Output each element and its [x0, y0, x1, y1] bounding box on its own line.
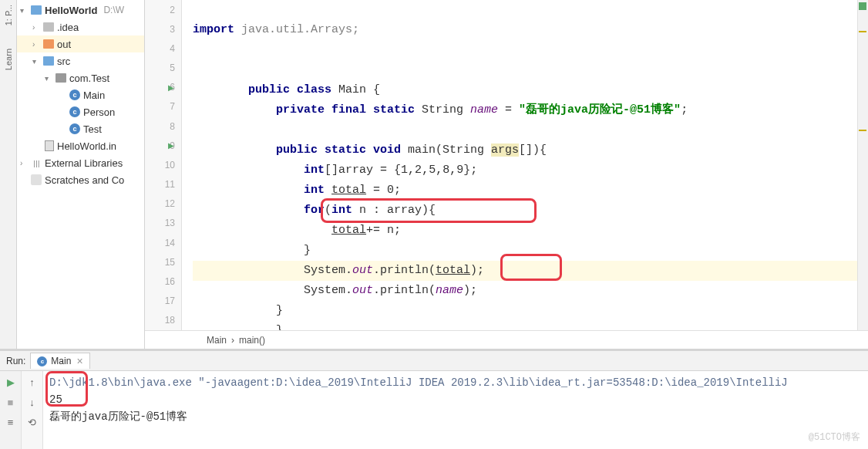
chevron-down-icon: ▾ — [45, 74, 52, 83]
chevron-down-icon: ▾ — [20, 6, 28, 15]
run-gutter-icon[interactable]: ▶ — [168, 141, 174, 150]
up-button[interactable]: ↑ — [25, 374, 40, 390]
tree-label: .idea — [57, 22, 79, 33]
analysis-ok-icon — [859, 2, 866, 10]
console-cmd: D:\jdk1.8\bin\java.exe "-javaagent:D:\id… — [49, 374, 862, 391]
tree-label: Main — [83, 89, 105, 101]
scratch-icon — [31, 174, 42, 185]
gutter-line[interactable]: 11 — [145, 175, 181, 194]
chevron-down-icon: ▾ — [32, 57, 40, 66]
run-toolbar-left: ▶ ■ ≡ — [0, 371, 22, 449]
gutter-line[interactable]: 15 — [145, 252, 181, 272]
gutter-line[interactable]: 4 — [145, 39, 181, 58]
breadcrumb-item[interactable]: main() — [239, 335, 265, 346]
gutter-line[interactable]: 16 — [145, 272, 181, 291]
left-tool-rail: 1: P... Learn — [0, 0, 17, 349]
chevron-right-icon: › — [32, 23, 40, 32]
close-icon[interactable]: × — [76, 355, 82, 367]
code-content[interactable]: import java.util.Arrays; public class Ma… — [182, 0, 857, 330]
tree-label: External Libraries — [45, 157, 123, 169]
tree-label: Scratches and Co — [45, 174, 124, 186]
run-panel: Run: c Main × ▶ ■ ≡ ↑ ↓ ⟲ D:\jdk1.8\bin\… — [0, 349, 868, 449]
gutter-line[interactable]: 12 — [145, 194, 181, 214]
tree-item-class-test[interactable]: c Test — [17, 120, 144, 137]
soft-wrap-button[interactable]: ⟲ — [25, 414, 40, 430]
run-tab-bar: Run: c Main × — [0, 351, 868, 371]
chevron-right-icon: › — [32, 40, 40, 49]
folder-icon — [43, 39, 54, 49]
tree-label: out — [57, 39, 71, 50]
gutter-line[interactable]: 5 — [145, 59, 181, 78]
watermark: @51CTO博客 — [809, 429, 860, 446]
chevron-right-icon: › — [20, 159, 28, 167]
tree-item-iml[interactable]: HelloWorld.in — [17, 137, 144, 154]
console-line: 磊哥的java历险记-@51博客 — [49, 408, 862, 425]
warning-mark[interactable] — [859, 31, 866, 32]
project-icon — [31, 5, 42, 15]
main-area: 1: P... Learn ▾ HelloWorld D:\W › .idea … — [0, 0, 868, 349]
class-icon: c — [37, 356, 47, 366]
rerun-button[interactable]: ▶ — [3, 374, 19, 390]
tree-item-external-libs[interactable]: › ⫼ External Libraries — [17, 154, 144, 171]
tree-root[interactable]: ▾ HelloWorld D:\W — [17, 2, 144, 19]
gutter-line[interactable]: 9▶ — [145, 136, 181, 155]
stop-button[interactable]: ■ — [3, 394, 19, 410]
tree-item-src[interactable]: ▾ src — [17, 52, 144, 69]
gutter-line[interactable]: 8 — [145, 116, 181, 136]
warning-mark[interactable] — [859, 130, 866, 131]
tree-item-class-main[interactable]: c Main — [17, 86, 144, 103]
rail-learn[interactable]: Learn — [4, 49, 13, 70]
code-editor[interactable]: 2 3 4 5 6▶ 7 8 9▶ 10 11 12 13 14 15 16 1… — [145, 0, 868, 330]
run-tab-label: Main — [51, 356, 71, 366]
project-path: D:\W — [103, 5, 124, 15]
gutter-line[interactable]: 18 — [145, 311, 181, 330]
run-label: Run: — [6, 356, 25, 366]
run-body: ▶ ■ ≡ ↑ ↓ ⟲ D:\jdk1.8\bin\java.exe "-jav… — [0, 371, 868, 449]
rail-project[interactable]: 1: P... — [4, 5, 13, 25]
project-name: HelloWorld — [45, 5, 97, 16]
class-icon: c — [69, 123, 80, 134]
gutter-line[interactable]: 14 — [145, 233, 181, 252]
tree-label: HelloWorld.in — [57, 140, 116, 152]
class-icon: c — [69, 106, 80, 117]
tree-label: Test — [83, 123, 102, 135]
package-icon — [56, 73, 66, 83]
run-toolbar-right: ↑ ↓ ⟲ — [22, 371, 43, 449]
console-line: 25 — [49, 391, 862, 408]
breadcrumb: Main › main() — [145, 330, 868, 349]
down-button[interactable]: ↓ — [25, 394, 40, 410]
project-tree: ▾ HelloWorld D:\W › .idea › out ▾ src — [17, 0, 145, 349]
gutter-line[interactable]: 6▶ — [145, 78, 181, 97]
error-stripe[interactable] — [857, 0, 868, 330]
source-folder-icon — [43, 56, 54, 66]
file-icon — [45, 140, 54, 151]
gutter-line[interactable]: 7 — [145, 97, 181, 116]
gutter-line[interactable]: 13 — [145, 214, 181, 233]
folder-icon — [43, 22, 54, 32]
run-gutter-icon[interactable]: ▶ — [168, 83, 174, 92]
class-icon: c — [69, 89, 80, 100]
tree-label: src — [57, 56, 70, 67]
tree-label: Person — [83, 106, 115, 118]
console-output[interactable]: D:\jdk1.8\bin\java.exe "-javaagent:D:\id… — [43, 371, 868, 449]
gutter: 2 3 4 5 6▶ 7 8 9▶ 10 11 12 13 14 15 16 1… — [145, 0, 182, 330]
editor-area: 2 3 4 5 6▶ 7 8 9▶ 10 11 12 13 14 15 16 1… — [145, 0, 868, 349]
gutter-line[interactable]: 3 — [145, 19, 181, 39]
tree-item-class-person[interactable]: c Person — [17, 103, 144, 120]
gutter-line[interactable]: 10 — [145, 155, 181, 174]
ide-root: 1: P... Learn ▾ HelloWorld D:\W › .idea … — [0, 0, 868, 449]
run-tab-main[interactable]: c Main × — [30, 353, 89, 369]
breadcrumb-item[interactable]: Main — [207, 335, 227, 346]
tree-item-scratches[interactable]: Scratches and Co — [17, 171, 144, 188]
library-icon: ⫼ — [31, 157, 42, 168]
gutter-line[interactable]: 17 — [145, 292, 181, 311]
tree-label: com.Test — [69, 73, 109, 84]
tree-item-idea[interactable]: › .idea — [17, 19, 144, 35]
layout-button[interactable]: ≡ — [3, 414, 19, 430]
tree-item-out[interactable]: › out — [17, 35, 144, 52]
breadcrumb-separator: › — [231, 335, 234, 346]
gutter-line[interactable]: 2 — [145, 0, 181, 19]
tree-item-package[interactable]: ▾ com.Test — [17, 69, 144, 86]
